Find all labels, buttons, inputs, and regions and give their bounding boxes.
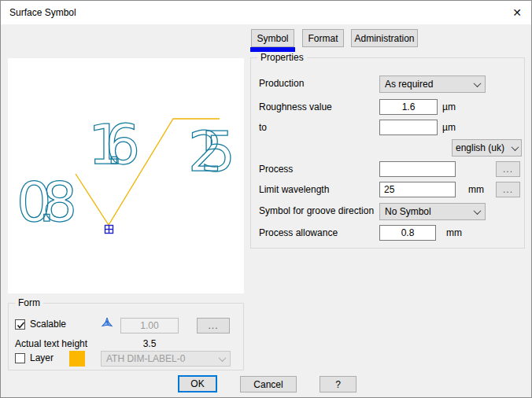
- cancel-button[interactable]: Cancel: [240, 376, 297, 392]
- form-group: Form Scalable ... Actual text height 3.5: [8, 303, 244, 370]
- process-allowance-unit: mm: [446, 227, 462, 239]
- scale-factor-input: [120, 318, 179, 334]
- limit-wavelength-input[interactable]: [379, 182, 456, 197]
- surface-symbol-drawing: 1.6 25 0.8: [8, 58, 244, 293]
- properties-legend: Properties: [257, 52, 307, 63]
- tab-format[interactable]: Format: [302, 29, 344, 47]
- process-allowance-input[interactable]: [379, 225, 436, 241]
- production-select[interactable]: As required: [379, 76, 486, 93]
- symbol-preview-canvas: 1.6 25 0.8: [8, 58, 244, 293]
- layer-checkbox[interactable]: [15, 353, 25, 363]
- limit-wavelength-unit: mm: [468, 184, 484, 196]
- scalable-checkbox[interactable]: [15, 319, 25, 330]
- language-select[interactable]: english (uk): [452, 139, 522, 157]
- groove-direction-select[interactable]: No Symbol: [379, 203, 486, 220]
- roughness-to-input[interactable]: [379, 120, 438, 135]
- checkmark-icon: [16, 320, 26, 330]
- production-label: Production: [259, 78, 304, 90]
- to-unit: µm: [442, 122, 456, 134]
- help-button[interactable]: ?: [320, 376, 357, 392]
- window-title: Surface Symbol: [9, 7, 76, 18]
- scale-browse-button[interactable]: ...: [197, 318, 230, 334]
- process-label: Process: [259, 164, 293, 175]
- chevron-down-icon: [474, 79, 482, 87]
- process-browse-button[interactable]: ...: [496, 161, 520, 177]
- close-icon[interactable]: ✕: [508, 4, 526, 21]
- preview-roughness-value: 1.6: [88, 112, 140, 177]
- form-legend: Form: [15, 297, 43, 308]
- layer-select: ATH DIM-LABEL-0: [101, 351, 231, 367]
- preview-limit-wavelength: 25: [188, 120, 235, 184]
- limit-wavelength-label: Limit wavelength: [259, 184, 329, 196]
- properties-group: Properties Production As required Roughn…: [250, 57, 525, 249]
- limit-wavelength-browse-button[interactable]: ...: [496, 182, 520, 197]
- chevron-down-icon: [219, 354, 227, 362]
- chevron-down-icon: [474, 207, 482, 215]
- titlebar: Surface Symbol ✕: [1, 1, 531, 24]
- scalable-label: Scalable: [30, 319, 66, 330]
- layer-color-swatch[interactable]: [69, 351, 85, 367]
- to-label: to: [259, 122, 267, 134]
- chevron-down-icon: [512, 143, 519, 151]
- surface-symbol-dialog: Surface Symbol ✕ Symbol Format Administr…: [0, 0, 532, 398]
- roughness-unit: µm: [442, 101, 456, 113]
- actual-text-height-value: 3.5: [120, 338, 179, 349]
- groove-direction-label: Symbol for groove direction: [259, 205, 374, 217]
- ok-button[interactable]: OK: [178, 375, 217, 392]
- process-allowance-label: Process allowance: [259, 227, 338, 239]
- scale-icon: [100, 317, 114, 331]
- tab-administration[interactable]: Administration: [351, 29, 418, 47]
- roughness-value-input[interactable]: [379, 99, 438, 115]
- preview-process-allowance: 0.8: [17, 170, 77, 234]
- tab-symbol[interactable]: Symbol: [251, 29, 294, 47]
- layer-label: Layer: [30, 352, 54, 364]
- insertion-point-marker: [105, 226, 113, 234]
- actual-text-height-label: Actual text height: [15, 338, 87, 350]
- roughness-value-label: Roughness value: [259, 101, 332, 113]
- process-input[interactable]: [379, 161, 456, 177]
